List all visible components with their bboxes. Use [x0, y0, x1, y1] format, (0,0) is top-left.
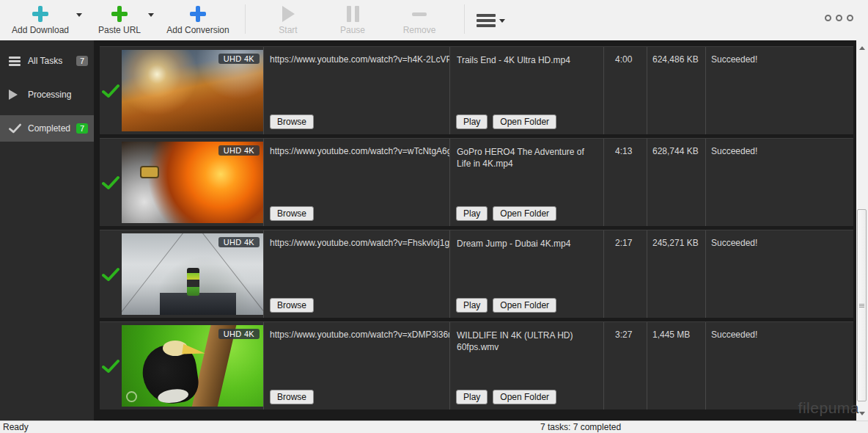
sidebar-item-completed[interactable]: Completed 7 — [0, 115, 94, 142]
thumbnail-art — [140, 166, 159, 178]
arrow-up-icon — [859, 46, 865, 50]
remove-button[interactable]: Remove — [395, 0, 444, 35]
add-conversion-label: Add Conversion — [166, 25, 229, 35]
hamburger-menu-icon — [477, 12, 496, 29]
task-complete-indicator — [100, 230, 122, 318]
sidebar-item-label: Completed — [28, 123, 76, 134]
task-duration: 3:27 — [603, 322, 647, 410]
add-conversion-plus-icon — [190, 6, 206, 22]
task-status: Succeeded! — [705, 139, 853, 226]
video-thumbnail[interactable]: UHD 4K — [122, 233, 263, 315]
play-button[interactable]: Play — [456, 390, 488, 404]
check-icon — [102, 359, 119, 374]
task-url: https://www.youtube.com/watch?v=Fhskvloj… — [264, 230, 449, 248]
task-row[interactable]: UHD 4K https://www.youtube.com/watch?v=x… — [100, 321, 853, 410]
thumbnail-art — [187, 268, 199, 296]
task-complete-indicator — [100, 47, 122, 134]
add-download-button[interactable]: Add Download — [7, 0, 73, 35]
dot-icon — [847, 15, 853, 21]
thumbnail-art — [160, 293, 236, 315]
toolbar-separator — [464, 4, 465, 34]
task-row[interactable]: UHD 4K https://www.youtube.com/watch?v=w… — [100, 138, 853, 226]
task-complete-indicator — [100, 139, 122, 226]
chevron-down-icon — [499, 19, 505, 23]
task-size: 245,271 KB — [647, 230, 705, 318]
watermark: filepuma — [798, 399, 859, 417]
add-download-plus-icon — [32, 6, 48, 22]
scroll-up-button[interactable] — [856, 42, 868, 54]
check-icon — [102, 175, 119, 190]
sidebar-item-label: Processing — [28, 90, 94, 100]
check-icon — [102, 84, 119, 98]
browse-button[interactable]: Browse — [270, 390, 314, 404]
paste-url-button[interactable]: Paste URL — [94, 0, 145, 35]
scrollbar-thumb[interactable] — [857, 209, 867, 401]
task-duration: 4:13 — [603, 139, 647, 226]
paste-url-label: Paste URL — [98, 25, 141, 35]
completed-count-badge: 7 — [76, 123, 88, 134]
quality-badge: UHD 4K — [218, 329, 260, 339]
scrollbar[interactable] — [856, 40, 868, 421]
open-folder-button[interactable]: Open Folder — [493, 114, 556, 129]
toolbar-separator — [245, 4, 246, 34]
video-thumbnail[interactable]: UHD 4K — [122, 50, 263, 131]
task-list: UHD 4K https://www.youtube.com/watch?v=h… — [94, 40, 856, 421]
video-thumbnail[interactable]: UHD 4K — [122, 142, 263, 223]
sidebar-item-all-tasks[interactable]: All Tasks 7 — [0, 48, 94, 74]
task-row[interactable]: UHD 4K https://www.youtube.com/watch?v=F… — [100, 230, 853, 318]
dot-icon — [825, 15, 831, 21]
remove-label: Remove — [403, 25, 436, 35]
paste-url-dropdown-button[interactable] — [145, 13, 157, 17]
add-download-dropdown-button[interactable] — [73, 13, 85, 17]
pause-label: Pause — [340, 25, 365, 35]
check-icon — [9, 123, 21, 134]
play-button[interactable]: Play — [456, 114, 488, 129]
task-complete-indicator — [100, 322, 122, 410]
open-folder-button[interactable]: Open Folder — [493, 390, 556, 404]
task-title: WILDLIFE IN 4K (ULTRA HD) 60fps.wmv — [450, 322, 603, 353]
add-conversion-button[interactable]: Add Conversion — [163, 0, 233, 35]
task-size: 624,486 KB — [647, 47, 705, 134]
task-title: Trails End - 4K Ultra HD.mp4 — [450, 47, 603, 66]
browse-button[interactable]: Browse — [270, 206, 314, 221]
start-play-icon — [282, 6, 295, 22]
dot-icon — [836, 15, 842, 21]
play-button[interactable]: Play — [456, 206, 488, 221]
browse-button[interactable]: Browse — [270, 114, 314, 129]
task-duration: 4:00 — [603, 47, 647, 134]
arrow-down-icon — [859, 412, 865, 415]
start-label: Start — [279, 25, 297, 35]
task-size: 628,744 KB — [647, 139, 705, 226]
video-thumbnail[interactable]: UHD 4K — [122, 325, 263, 407]
pause-button[interactable]: Pause — [331, 0, 375, 35]
play-button[interactable]: Play — [456, 298, 488, 313]
list-icon — [9, 55, 21, 68]
task-row[interactable]: UHD 4K https://www.youtube.com/watch?v=h… — [100, 46, 853, 134]
sidebar-item-label: All Tasks — [28, 56, 76, 66]
task-status: Succeeded! — [705, 322, 853, 410]
chevron-down-icon — [148, 13, 154, 17]
start-button[interactable]: Start — [266, 0, 310, 35]
channel-logo-icon — [126, 391, 137, 402]
task-duration: 2:17 — [603, 230, 647, 318]
open-folder-button[interactable]: Open Folder — [493, 298, 556, 313]
status-ready-text: Ready — [3, 422, 29, 432]
sidebar-item-processing[interactable]: Processing — [0, 81, 94, 108]
task-title: GoPro HERO4 The Adventure of Life in 4K.… — [450, 139, 603, 170]
open-folder-button[interactable]: Open Folder — [493, 206, 556, 221]
paste-url-plus-icon — [111, 6, 128, 22]
quality-badge: UHD 4K — [218, 237, 260, 247]
quality-badge: UHD 4K — [218, 145, 260, 156]
task-url: https://www.youtube.com/watch?v=wTcNtgA6… — [264, 139, 449, 156]
task-size: 1,445 MB — [647, 322, 705, 410]
sidebar: All Tasks 7 Processing Completed 7 — [0, 40, 94, 421]
main-menu-button[interactable] — [477, 12, 505, 29]
more-options-button[interactable] — [825, 15, 853, 21]
quality-badge: UHD 4K — [218, 54, 260, 64]
task-url: https://www.youtube.com/watch?v=h4K-2LcV… — [264, 47, 449, 65]
status-task-summary: 7 tasks: 7 completed — [540, 422, 621, 432]
remove-minus-icon — [412, 12, 427, 16]
browse-button[interactable]: Browse — [270, 298, 314, 313]
task-count-badge: 7 — [76, 56, 88, 66]
task-url: https://www.youtube.com/watch?v=xDMP3i36… — [264, 322, 449, 340]
